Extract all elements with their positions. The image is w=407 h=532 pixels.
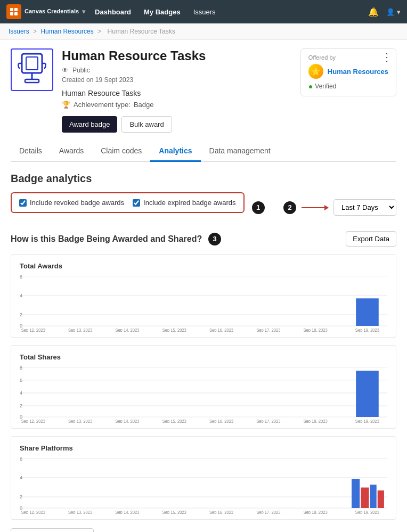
step-1: 1: [252, 201, 265, 214]
breadcrumb-current: Human Resource Tasks: [107, 28, 175, 35]
user-icon: 👤: [386, 8, 395, 16]
nav-dashboard[interactable]: Dashboard: [92, 6, 134, 18]
step-2: 2: [283, 201, 296, 214]
tab-details[interactable]: Details: [11, 141, 51, 162]
total-awards-label: Total Awards: [20, 262, 387, 270]
verified-text: Verified: [315, 83, 336, 90]
arrow-indicator: [302, 207, 328, 208]
svg-text:Sep 19, 2023: Sep 19, 2023: [355, 328, 380, 332]
svg-rect-1: [14, 8, 18, 11]
analytics-section: Badge analytics Include revoked badge aw…: [11, 173, 396, 532]
verified-icon: ●: [308, 82, 313, 91]
org-link[interactable]: Human Resources: [328, 68, 388, 76]
total-shares-chart: Total Shares 8 6 4 2 0 Sep 12, 2023 S: [11, 345, 396, 429]
svg-text:Sep 17, 2023: Sep 17, 2023: [256, 419, 281, 423]
svg-text:Sep 14, 2023: Sep 14, 2023: [115, 419, 140, 423]
achievement-value: Badge: [134, 101, 154, 109]
svg-text:Sep 12, 2023: Sep 12, 2023: [21, 419, 46, 423]
filter-group: Include revoked badge awards Include exp…: [11, 192, 265, 223]
svg-text:Sep 13, 2023: Sep 13, 2023: [68, 419, 93, 423]
badge-created-date: 19 Sept 2023: [95, 76, 133, 84]
svg-text:Sep 13, 2023: Sep 13, 2023: [68, 328, 93, 332]
svg-text:Sep 12, 2023: Sep 12, 2023: [21, 328, 46, 332]
svg-text:6: 6: [20, 377, 22, 383]
filter-expired-checkbox[interactable]: [133, 199, 140, 207]
main-content: Human Resource Tasks 👁 Public Created on…: [0, 40, 407, 532]
filters-row: Include revoked badge awards Include exp…: [11, 192, 396, 223]
breadcrumb-issuers[interactable]: Issuers: [9, 28, 29, 35]
svg-rect-57: [378, 490, 384, 508]
svg-text:Sep 14, 2023: Sep 14, 2023: [115, 510, 140, 514]
svg-rect-2: [10, 12, 13, 15]
share-platforms-label: Share Platforms: [20, 444, 387, 452]
achievement-label: Achievement type:: [74, 101, 131, 109]
user-menu[interactable]: 👤 ▾: [386, 8, 401, 16]
total-shares-label: Total Shares: [20, 353, 387, 361]
share-platforms-chart: Share Platforms 6 4 2 0 Sep 12, 202: [11, 436, 396, 520]
notification-icon[interactable]: 🔔: [368, 7, 379, 17]
tab-claim-codes[interactable]: Claim codes: [92, 141, 150, 162]
svg-rect-0: [10, 8, 13, 11]
tab-data-management[interactable]: Data management: [201, 141, 279, 162]
date-range-select[interactable]: Last 7 Days Last 30 Days Last 90 Days La…: [333, 199, 396, 216]
total-awards-chart: Total Awards 6 4 2 0 Sep 12, 2023: [11, 254, 396, 338]
breadcrumb-sep2: >: [97, 28, 101, 35]
more-options-button[interactable]: ⋮: [377, 48, 396, 66]
tabs-bar: Details Awards Claim codes Analytics Dat…: [11, 141, 396, 162]
svg-rect-56: [370, 485, 377, 508]
svg-rect-54: [352, 479, 360, 508]
badge-header: Human Resource Tasks 👁 Public Created on…: [11, 48, 396, 133]
svg-text:Sep 17, 2023: Sep 17, 2023: [256, 328, 281, 332]
analytics-title: Badge analytics: [11, 173, 396, 185]
svg-rect-55: [361, 488, 369, 509]
svg-text:Sep 13, 2023: Sep 13, 2023: [68, 510, 93, 514]
award-badge-button[interactable]: Award badge: [62, 116, 117, 133]
filter-revoked-label[interactable]: Include revoked badge awards: [19, 199, 124, 207]
export-data-button[interactable]: Export Data: [346, 231, 396, 247]
visibility-icon: 👁: [62, 67, 68, 74]
svg-text:2: 2: [20, 494, 22, 500]
svg-text:Sep 15, 2023: Sep 15, 2023: [162, 328, 187, 332]
svg-text:Sep 15, 2023: Sep 15, 2023: [162, 419, 187, 423]
total-awards-chart-area: 6 4 2 0 Sep 12, 2023 Sep 13, 2023 Sep 14…: [20, 273, 387, 332]
svg-text:Sep 18, 2023: Sep 18, 2023: [303, 510, 328, 514]
svg-text:Sep 17, 2023: Sep 17, 2023: [256, 510, 281, 514]
offered-label: Offered by: [308, 54, 388, 61]
svg-rect-5: [26, 57, 38, 70]
filter-expired-label[interactable]: Include expired badge awards: [133, 199, 235, 207]
tab-awards[interactable]: Awards: [51, 141, 92, 162]
user-chevron: ▾: [397, 8, 401, 16]
chart-section-header: How is this Badge Being Awarded and Shar…: [11, 231, 396, 247]
breadcrumb-sep1: >: [33, 28, 37, 35]
svg-text:2: 2: [20, 403, 22, 408]
filter-revoked-text: Include revoked badge awards: [30, 199, 124, 207]
svg-rect-37: [356, 371, 379, 417]
breadcrumb: Issuers > Human Resources > Human Resour…: [0, 23, 407, 40]
logo[interactable]: Canvas Credentials ▾: [6, 4, 85, 19]
logo-icon: [6, 4, 21, 19]
achievement-row: 🏆 Achievement type: Badge: [62, 101, 396, 109]
bulk-award-button[interactable]: Bulk award: [121, 116, 172, 133]
tab-analytics[interactable]: Analytics: [150, 141, 200, 162]
share-platforms-chart-area: 6 4 2 0 Sep 12, 2023 Sep 13, 2023 Sep 14…: [20, 455, 387, 514]
svg-text:Sep 19, 2023: Sep 19, 2023: [355, 419, 380, 423]
nav-issuers[interactable]: Issuers: [190, 6, 219, 18]
nav-my-badges[interactable]: My Badges: [141, 6, 184, 18]
svg-text:Sep 16, 2023: Sep 16, 2023: [209, 328, 234, 332]
filter-revoked-checkbox[interactable]: [19, 199, 27, 207]
badge-icon: [11, 48, 53, 91]
view-issuer-analytics-button[interactable]: View Issuer Analytics: [11, 528, 94, 532]
logo-chevron[interactable]: ▾: [82, 8, 85, 15]
date-filter-group: 2 Last 7 Days Last 30 Days Last 90 Days …: [280, 199, 396, 216]
badge-actions: Award badge Bulk award: [62, 116, 396, 133]
svg-text:6: 6: [20, 274, 22, 280]
logo-brand: Canvas Credentials: [25, 8, 79, 15]
svg-text:4: 4: [20, 390, 23, 396]
top-navigation: Canvas Credentials ▾ Dashboard My Badges…: [0, 0, 407, 23]
breadcrumb-human-resources[interactable]: Human Resources: [40, 28, 93, 35]
svg-text:Sep 18, 2023: Sep 18, 2023: [303, 328, 328, 332]
svg-text:2: 2: [20, 312, 22, 317]
total-shares-chart-area: 8 6 4 2 0 Sep 12, 2023 Sep 13, 2023 Sep …: [20, 364, 387, 423]
svg-text:Sep 16, 2023: Sep 16, 2023: [209, 419, 234, 423]
svg-text:Sep 12, 2023: Sep 12, 2023: [21, 510, 46, 514]
